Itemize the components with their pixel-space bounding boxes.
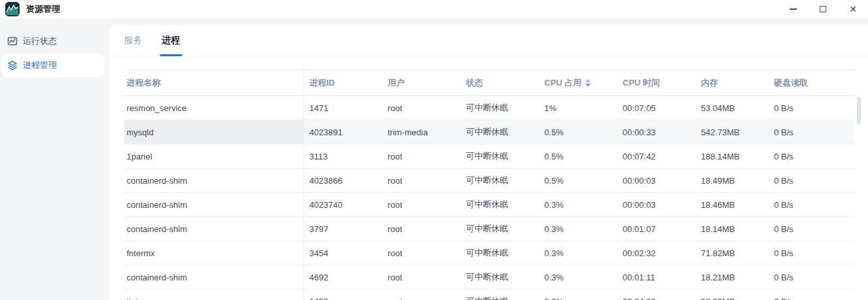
cell-memory: 18.49MB <box>696 169 769 192</box>
cell-user: root <box>382 217 461 241</box>
cell-pid: 1456 <box>304 290 382 300</box>
table-row[interactable]: fntermx 3454 root 可中断休眠 0.3% 00:02:32 71… <box>124 241 855 265</box>
sort-ascending-icon <box>585 79 591 82</box>
column-header-user: 用户 <box>382 70 461 95</box>
table-row[interactable]: resmon_service 1471 root 可中断休眠 1% 00:07:… <box>124 96 855 120</box>
cell-user: root <box>382 193 461 216</box>
tab-label: 服务 <box>124 35 142 46</box>
cell-pid: 3454 <box>304 241 382 265</box>
column-header-status: 状态 <box>461 70 539 95</box>
process-table: 进程名称 进程ID 用户 状态 CPU 占用 CPU 时间 内存 硬盘读取 re… <box>124 69 855 300</box>
cell-cpu-usage: 0.3% <box>539 217 617 241</box>
cell-cpu-usage: 0.3% <box>539 265 617 289</box>
cell-process-name: fntermx <box>124 241 304 265</box>
sidebar-item-running-status[interactable]: 运行状态 <box>1 29 104 53</box>
cell-status: 可中断休眠 <box>461 217 539 241</box>
cell-disk-read: 0 B/s <box>769 144 855 168</box>
vertical-scrollbar-thumb[interactable] <box>857 97 861 124</box>
cell-memory: 53.04MB <box>696 96 769 120</box>
cell-cpu-usage: 0.5% <box>539 120 617 144</box>
cell-process-name: containerd-shim <box>124 193 304 216</box>
cell-user: root <box>382 169 461 192</box>
table-row[interactable]: mysqld 4023891 trim-media 可中断休眠 0.5% 00:… <box>124 120 855 144</box>
cell-process-name: containerd-shim <box>124 169 304 192</box>
cell-cpu-time: 00:01:11 <box>617 265 696 289</box>
close-icon: ✕ <box>849 5 857 14</box>
cell-user: trim-media <box>382 120 461 144</box>
cell-pid: 4692 <box>304 265 382 289</box>
cell-user: root <box>382 241 461 265</box>
column-header-pid: 进程ID <box>304 70 382 95</box>
cell-cpu-time: 00:00:33 <box>617 120 696 144</box>
cell-disk-read: 0 B/s <box>769 241 855 265</box>
column-header-cpu-usage[interactable]: CPU 占用 <box>539 70 617 95</box>
table-row[interactable]: 1panel 3113 root 可中断休眠 0.5% 00:07:42 188… <box>124 144 855 169</box>
table-row[interactable]: tini 1456 root 可中断休眠 0.3% 00:04:03 58.39… <box>124 290 855 300</box>
cell-process-name: containerd-shim <box>124 265 304 289</box>
cell-status: 可中断休眠 <box>461 290 539 300</box>
cell-memory: 18.46MB <box>696 193 769 216</box>
column-header-memory: 内存 <box>696 70 769 95</box>
cell-cpu-usage: 1% <box>539 96 617 120</box>
tab-processes[interactable]: 进程 <box>162 25 180 56</box>
cell-cpu-usage: 0.3% <box>539 241 617 265</box>
active-tab-indicator <box>160 54 182 56</box>
cell-process-name: resmon_service <box>124 96 304 120</box>
sidebar: 运行状态 进程管理 <box>0 18 110 300</box>
titlebar: 资源管理 ✕ <box>0 0 868 18</box>
cell-process-name: mysqld <box>124 120 304 144</box>
cell-cpu-usage: 0.5% <box>539 144 617 168</box>
cell-status: 可中断休眠 <box>461 96 539 120</box>
line-chart-icon <box>7 36 18 46</box>
maximize-button[interactable] <box>808 0 838 18</box>
cell-disk-read: 0 B/s <box>769 96 855 120</box>
minimize-button[interactable] <box>778 0 808 18</box>
cell-user: root <box>382 265 461 289</box>
table-row[interactable]: containerd-shim 4023740 root 可中断休眠 0.3% … <box>124 193 855 217</box>
cell-memory: 542.73MB <box>696 120 769 144</box>
cell-memory: 188.14MB <box>696 144 769 168</box>
cell-process-name: containerd-shim <box>124 217 304 241</box>
sidebar-item-process-management[interactable]: 进程管理 <box>1 54 104 77</box>
window-controls: ✕ <box>778 0 868 18</box>
tab-services[interactable]: 服务 <box>124 25 142 56</box>
cell-pid: 4023891 <box>304 120 382 144</box>
cell-disk-read: 0 B/s <box>769 169 855 192</box>
content-panel: 服务 进程 进程名称 进程ID 用户 状态 CPU 占用 <box>110 25 868 300</box>
cell-disk-read: 0 B/s <box>769 217 855 241</box>
cell-process-name: 1panel <box>124 144 304 168</box>
cell-pid: 4023866 <box>304 169 382 192</box>
cell-status: 可中断休眠 <box>461 193 539 216</box>
column-header-label: CPU 占用 <box>544 77 581 89</box>
cell-pid: 3797 <box>304 217 382 241</box>
sort-descending-icon <box>585 84 591 87</box>
cell-disk-read: 0 B/s <box>769 290 855 300</box>
cell-cpu-time: 00:00:03 <box>617 169 696 192</box>
cell-status: 可中断休眠 <box>461 120 539 144</box>
app-logo-icon <box>5 2 20 16</box>
cell-status: 可中断休眠 <box>461 144 539 168</box>
cell-cpu-time: 00:04:03 <box>617 290 696 300</box>
cell-disk-read: 0 B/s <box>769 265 855 289</box>
column-header-cpu-time: CPU 时间 <box>617 70 696 95</box>
cell-cpu-time: 00:01:07 <box>617 217 696 241</box>
cell-disk-read: 0 B/s <box>769 120 855 144</box>
cell-process-name: tini <box>124 290 304 300</box>
close-button[interactable]: ✕ <box>838 0 868 18</box>
table-header-row: 进程名称 进程ID 用户 状态 CPU 占用 CPU 时间 内存 硬盘读取 <box>124 70 855 96</box>
cell-pid: 3113 <box>304 144 382 168</box>
cell-cpu-time: 00:07:42 <box>617 144 696 168</box>
window-title: 资源管理 <box>26 3 60 15</box>
minimize-icon <box>790 8 797 10</box>
table-row[interactable]: containerd-shim 4692 root 可中断休眠 0.3% 00:… <box>124 265 855 290</box>
cell-memory: 18.14MB <box>696 217 769 241</box>
cell-cpu-time: 00:00:03 <box>617 193 696 216</box>
cell-memory: 18.21MB <box>696 265 769 289</box>
table-row[interactable]: containerd-shim 4023866 root 可中断休眠 0.5% … <box>124 169 855 193</box>
column-header-disk-read: 硬盘读取 <box>769 70 855 95</box>
cell-cpu-usage: 0.3% <box>539 193 617 216</box>
sort-toggle[interactable] <box>585 79 591 87</box>
tab-label: 进程 <box>162 35 180 46</box>
table-row[interactable]: containerd-shim 3797 root 可中断休眠 0.3% 00:… <box>124 217 855 241</box>
column-header-process-name: 进程名称 <box>124 70 304 95</box>
